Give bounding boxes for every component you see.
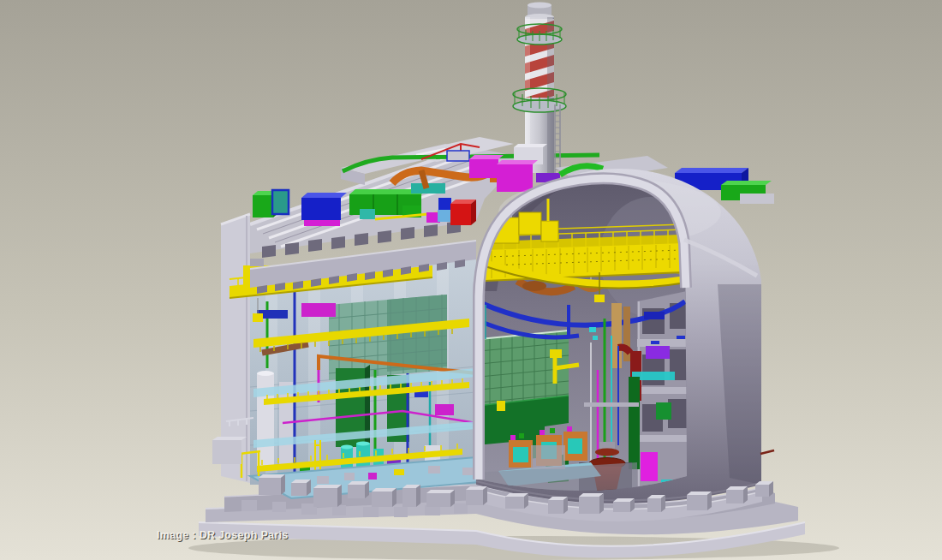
magenta-duct-2 <box>497 164 533 192</box>
left-ext-block-top <box>212 437 247 440</box>
trolley-box-3 <box>541 221 558 241</box>
roof-box-gray-blue <box>447 151 469 161</box>
interior-gray-block <box>531 445 565 469</box>
copper-blob <box>522 281 546 291</box>
purple-box-interior <box>646 346 670 359</box>
reactor-cutaway-illustration: Image : DR Joseph Paris Image : DR Josep… <box>0 0 942 560</box>
deck-box-magenta <box>368 473 377 480</box>
internal-magenta-patch <box>641 452 658 481</box>
trolley-box-2 <box>519 212 541 235</box>
green-box-wall <box>656 402 671 420</box>
caption-text: Image : DR Joseph Paris <box>157 529 288 541</box>
rooftop-teal-box <box>360 209 375 219</box>
right-blue-box-top <box>675 168 748 173</box>
box-magenta-1 <box>301 303 336 317</box>
magenta-duct-1-top <box>469 155 504 159</box>
green-wall-pit <box>629 377 640 469</box>
tank-1-top <box>257 371 274 376</box>
rooftop-blue-box-top <box>301 193 347 198</box>
far-white-box-top <box>514 144 547 147</box>
rooftop-blue-small <box>438 198 451 211</box>
right-gray-slab <box>740 194 774 204</box>
caption: Image : DR Joseph Paris Image : DR Josep… <box>157 529 289 542</box>
copper-unit-3-core <box>568 438 582 454</box>
containment-building <box>473 169 774 515</box>
cyan-vessel-2-top <box>356 442 370 446</box>
polar-hook-block <box>594 295 605 302</box>
box-magenta-2 <box>435 404 454 415</box>
tan-plank-1 <box>611 303 622 368</box>
vessel-upper-flange <box>595 449 619 456</box>
rooftop-green-box <box>253 195 273 217</box>
rooftop-red-box-side <box>471 200 476 225</box>
rooftop-blue-box <box>301 198 341 220</box>
yellow-bit-left <box>497 401 505 411</box>
magenta-duct-2-top <box>497 160 538 164</box>
crane1-motor <box>250 259 264 266</box>
cyan-vessel-1-top <box>341 445 353 450</box>
rooftop-door-frame <box>272 190 289 214</box>
rooftop-magenta-strip <box>304 220 340 226</box>
left-ext-block <box>212 440 241 464</box>
blue-box-interior <box>644 312 665 319</box>
cyan-vessel-2 <box>356 444 370 469</box>
rooftop-red-box <box>450 204 471 225</box>
yellow-manipulator-block <box>550 349 562 358</box>
right-green-box-top <box>721 181 772 185</box>
mini-walkway <box>584 402 639 407</box>
stack-cap-top <box>528 3 551 9</box>
cad-scene: Image : DR Joseph Paris Image : DR Josep… <box>0 0 942 560</box>
magenta-duct-1 <box>469 159 498 178</box>
copper-unit-1-core <box>513 447 528 462</box>
rooftop-ltblue-box <box>438 210 451 222</box>
deck-box-yellow <box>394 469 404 475</box>
crane1-hook-block <box>253 313 263 322</box>
